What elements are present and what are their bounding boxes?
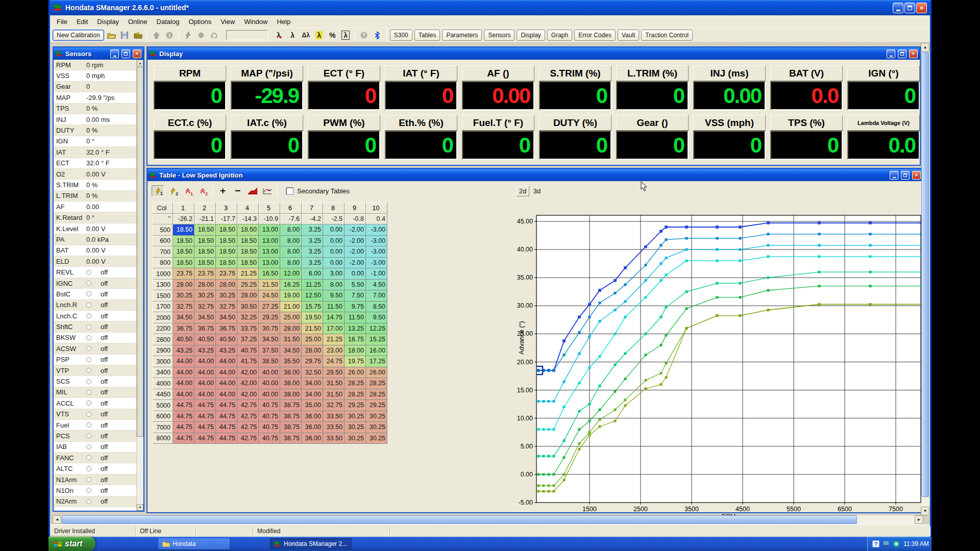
table-cell[interactable]: 38.00 bbox=[280, 367, 302, 379]
toolbar-button-sensors[interactable]: Sensors bbox=[484, 30, 514, 41]
table-cell[interactable]: 37.50 bbox=[259, 345, 280, 357]
table-close-button[interactable]: × bbox=[912, 171, 921, 180]
table-cell[interactable]: 18.50 bbox=[216, 224, 237, 236]
lambda-record-icon[interactable]: λ● bbox=[274, 30, 285, 41]
table-cell[interactable]: 38.75 bbox=[280, 411, 302, 422]
table-cell[interactable]: 17.00 bbox=[323, 323, 345, 335]
display-close-button[interactable]: × bbox=[909, 49, 918, 58]
table-cell[interactable]: 38.75 bbox=[280, 433, 302, 444]
table-cell[interactable]: 30.50 bbox=[237, 302, 259, 313]
table-cell[interactable]: 19.75 bbox=[345, 356, 366, 367]
table-cell[interactable]: 28.00 bbox=[280, 323, 302, 335]
table-cell[interactable]: 25.25 bbox=[237, 280, 259, 291]
table-cell[interactable]: 29.25 bbox=[366, 400, 387, 411]
table-cell[interactable]: 31.50 bbox=[323, 378, 345, 389]
table-cell[interactable]: 8.00 bbox=[280, 236, 302, 247]
table-cell[interactable]: 8.00 bbox=[280, 224, 302, 236]
table-cell[interactable]: 44.75 bbox=[194, 422, 216, 433]
display-minimize-button[interactable] bbox=[887, 49, 895, 58]
table-cell[interactable]: 23.00 bbox=[323, 345, 345, 357]
table-cell[interactable]: 3.25 bbox=[302, 258, 323, 269]
table-cell[interactable]: 0.00 bbox=[323, 258, 345, 269]
table-cell[interactable]: 43.25 bbox=[216, 345, 237, 357]
table-cell[interactable]: 38.75 bbox=[280, 422, 302, 433]
table-cell[interactable]: 30.25 bbox=[366, 411, 387, 422]
messenger-tray-icon[interactable] bbox=[892, 540, 900, 548]
table-cell[interactable]: 40.75 bbox=[259, 433, 280, 444]
table-cell[interactable]: 34.50 bbox=[259, 334, 280, 345]
table-minimize-button[interactable] bbox=[890, 171, 898, 180]
table-cell[interactable]: 44.00 bbox=[194, 389, 216, 400]
table-cell[interactable]: 0.00 bbox=[323, 224, 345, 236]
table-cell[interactable]: 32.50 bbox=[302, 367, 323, 379]
table-cell[interactable]: 30.75 bbox=[259, 323, 280, 335]
table-cell[interactable]: 9.75 bbox=[345, 302, 366, 313]
table-cell[interactable]: 18.50 bbox=[173, 246, 194, 258]
tab-2d[interactable]: 2d bbox=[516, 186, 529, 196]
scroll-up-icon[interactable]: ▲ bbox=[137, 60, 143, 66]
row-header[interactable]: 2000 bbox=[153, 312, 173, 323]
table-cell[interactable]: 34.50 bbox=[216, 312, 237, 323]
row-header[interactable]: 1500 bbox=[153, 290, 173, 302]
table-cell[interactable]: 42.00 bbox=[237, 367, 259, 379]
lambda-highlight-icon[interactable]: λ bbox=[313, 30, 325, 41]
table-cell[interactable]: 34.00 bbox=[302, 389, 323, 400]
table-cell[interactable]: 28.00 bbox=[237, 290, 259, 302]
table-cell[interactable]: 36.00 bbox=[302, 433, 323, 444]
toolbar-button-vault[interactable]: Vault bbox=[618, 30, 639, 41]
table-cell[interactable]: 42.75 bbox=[237, 400, 259, 411]
table-cell[interactable]: -2.00 bbox=[345, 236, 366, 247]
table-cell[interactable]: 19.00 bbox=[280, 290, 302, 302]
table-cell[interactable]: -1.00 bbox=[366, 268, 387, 280]
table-cell[interactable]: 38.00 bbox=[280, 389, 302, 400]
table-cell[interactable]: 18.50 bbox=[173, 258, 194, 269]
table-cell[interactable]: 42.75 bbox=[237, 422, 259, 433]
row-header[interactable]: 3400 bbox=[153, 367, 173, 379]
table-cell[interactable]: 16.25 bbox=[280, 280, 302, 291]
toolbar-button-traction-control[interactable]: Traction Control bbox=[641, 30, 693, 41]
help-tray-icon[interactable]: ? bbox=[872, 540, 879, 548]
lambda-box-icon[interactable]: λ bbox=[340, 30, 352, 41]
toolbar-button-tables[interactable]: Tables bbox=[414, 30, 440, 41]
row-header[interactable]: 3000 bbox=[153, 356, 173, 367]
sensors-maximize-button[interactable] bbox=[121, 49, 130, 58]
table-cell[interactable]: 32.25 bbox=[237, 312, 259, 323]
table-cell[interactable]: 18.50 bbox=[194, 246, 216, 258]
vscroll-thumb[interactable] bbox=[921, 52, 929, 497]
table-cell[interactable]: 18.50 bbox=[237, 236, 259, 247]
table-cell[interactable]: -3.00 bbox=[366, 224, 387, 236]
toolbar-field[interactable] bbox=[226, 30, 268, 40]
row-header[interactable]: 8000 bbox=[153, 433, 173, 444]
table-cell[interactable]: 14.75 bbox=[323, 312, 345, 323]
table-cell[interactable]: 12.00 bbox=[280, 268, 302, 280]
table-cell[interactable]: 18.00 bbox=[345, 345, 366, 357]
menu-online[interactable]: Online bbox=[124, 16, 152, 28]
up-1-icon[interactable]: 1 bbox=[181, 185, 194, 197]
scroll-down-icon[interactable]: ▼ bbox=[921, 507, 929, 515]
secondary-tables-checkbox[interactable] bbox=[286, 188, 293, 194]
table-cell[interactable]: 32.75 bbox=[194, 302, 216, 313]
sensors-scrollbar[interactable]: ▲ ▼ bbox=[136, 60, 143, 511]
table-cell[interactable]: 32.75 bbox=[216, 302, 237, 313]
row-header[interactable]: 4000 bbox=[153, 378, 173, 389]
table-cell[interactable]: 36.75 bbox=[194, 323, 216, 335]
table-cell[interactable]: 25.00 bbox=[280, 312, 302, 323]
graph-icon[interactable] bbox=[261, 185, 274, 197]
delta-lambda-icon[interactable]: Δλ bbox=[300, 30, 312, 41]
info-icon[interactable]: i bbox=[164, 30, 176, 41]
table-cell[interactable]: 37.25 bbox=[237, 334, 259, 345]
table-cell[interactable]: 12.25 bbox=[366, 323, 387, 335]
table-cell[interactable]: 40.50 bbox=[216, 334, 237, 345]
table-cell[interactable]: 21.50 bbox=[259, 280, 280, 291]
table-cell[interactable]: 13.25 bbox=[345, 323, 366, 335]
table-cell[interactable]: 30.25 bbox=[345, 433, 366, 444]
table-cell[interactable]: 44.00 bbox=[194, 356, 216, 367]
table-cell[interactable]: 34.00 bbox=[302, 378, 323, 389]
table-cell[interactable]: 13.00 bbox=[259, 224, 280, 236]
row-header[interactable]: 800 bbox=[153, 258, 173, 269]
table-cell[interactable]: 3.00 bbox=[323, 268, 345, 280]
table-cell[interactable]: 44.00 bbox=[216, 356, 237, 367]
upload-folder-icon[interactable] bbox=[132, 30, 144, 41]
table-cell[interactable]: 44.00 bbox=[173, 356, 194, 367]
mdi-horizontal-scrollbar[interactable]: ◄ ► bbox=[53, 515, 923, 524]
